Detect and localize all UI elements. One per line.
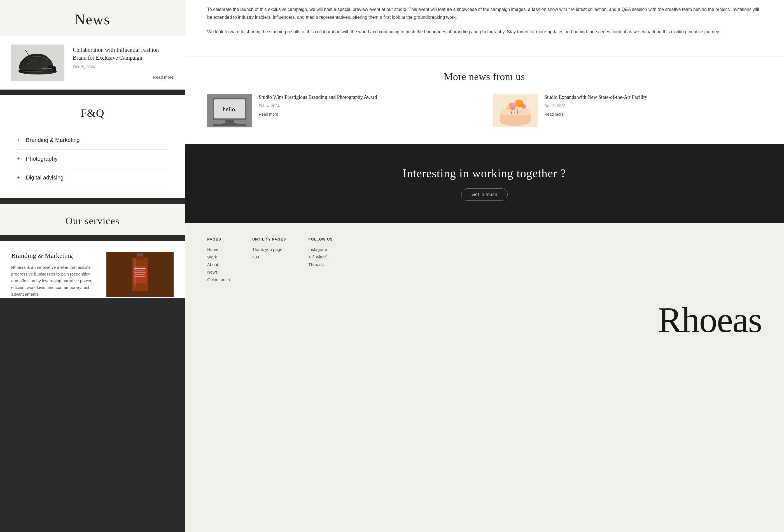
cta-section: Interesting in working together ? Get in…	[185, 144, 784, 223]
more-news-image-2	[493, 94, 538, 128]
more-news-readmore-2[interactable]: Read more	[544, 112, 647, 116]
news-card-date: Dec 6, 2024	[73, 64, 174, 69]
footer-col-title-pages: PAGES	[207, 237, 230, 241]
footer-link-instagram[interactable]: Instagram	[308, 247, 333, 252]
article-text-section: To celebrate the launch of this exclusiv…	[185, 0, 784, 57]
footer-link-404[interactable]: 404	[252, 254, 286, 259]
footer-col-title-utility: UNTILITY PAGES	[252, 237, 286, 241]
cta-title: Interesting in working together ?	[403, 167, 566, 180]
footer-link-thankyou[interactable]: Thank you page	[252, 247, 286, 252]
news-article-card: Collaboration with Influential Fashion B…	[0, 36, 185, 90]
left-panel: News	[0, 0, 185, 532]
right-panel: To celebrate the launch of this exclusiv…	[185, 0, 784, 532]
more-news-card-inner-2: Studio Expands with New State-of-the-Art…	[493, 94, 762, 128]
faq-item-label: Branding & Marketing	[26, 137, 80, 143]
footer-link-home[interactable]: Home	[207, 247, 230, 252]
beer-bottle-illustration	[106, 252, 174, 297]
more-news-section: More news from us hello.	[185, 57, 784, 144]
services-section: Our services	[0, 204, 185, 235]
footer-col-utility: UNTILITY PAGES Thank you page 404	[252, 237, 286, 285]
faq-section: F&Q + Branding & Marketing + Photography…	[0, 95, 185, 198]
more-news-title: More news from us	[207, 71, 762, 83]
news-card-content: Collaboration with Influential Fashion B…	[73, 46, 174, 80]
more-news-image-1: hello.	[207, 94, 252, 128]
more-news-card-content-2: Studio Expands with New State-of-the-Art…	[544, 94, 647, 116]
more-news-card-inner-1: hello. Studio Wins Prestigious Branding …	[207, 94, 476, 128]
more-news-card-title-1: Studio Wins Prestigious Branding and Pho…	[259, 94, 377, 101]
news-readmore-link[interactable]: Read more	[73, 75, 174, 80]
article-paragraph-1: To celebrate the launch of this exclusiv…	[207, 6, 762, 21]
svg-rect-5	[135, 271, 145, 271]
news-card-title: Collaboration with Influential Fashion B…	[73, 46, 174, 62]
svg-rect-17	[223, 123, 236, 124]
faq-expand-icon: +	[17, 155, 20, 162]
faq-expand-icon: +	[17, 136, 20, 144]
footer-link-threads[interactable]: Threads	[308, 262, 333, 267]
svg-text:hello.: hello.	[223, 106, 236, 113]
footer-columns: PAGES Home Work About News Get in touch …	[207, 237, 762, 285]
services-title: Our services	[17, 215, 168, 227]
svg-rect-7	[135, 274, 145, 275]
footer-link-contact[interactable]: Get in touch	[207, 277, 230, 282]
more-news-card-1: hello. Studio Wins Prestigious Branding …	[207, 94, 476, 128]
service-card-branding: Branding & Marketing Rhoeas is an innova…	[0, 241, 185, 298]
more-news-card-2: Studio Expands with New State-of-the-Art…	[493, 94, 762, 128]
service-card-text: Branding & Marketing Rhoeas is an innova…	[11, 252, 98, 298]
more-news-grid: hello. Studio Wins Prestigious Branding …	[207, 94, 762, 128]
more-news-card-date-2: Dec 3, 2023	[544, 104, 647, 108]
footer-section: PAGES Home Work About News Get in touch …	[185, 223, 784, 532]
service-card-desc: Rhoeas is an innovative atelier that ass…	[11, 264, 98, 298]
news-header-section: News	[0, 0, 185, 36]
service-card-image	[106, 252, 174, 297]
get-in-touch-button[interactable]: Get in touch	[461, 189, 508, 201]
faq-expand-icon: +	[17, 174, 20, 181]
faq-item-photography[interactable]: + Photography	[17, 149, 168, 168]
svg-rect-18	[213, 124, 246, 126]
footer-col-social: FOLLOW US Instagram X (Twitter) Threads	[308, 237, 333, 285]
svg-rect-10	[137, 253, 143, 256]
more-news-readmore-1[interactable]: Read more	[259, 112, 377, 116]
hello-monitor-illustration: hello.	[207, 94, 252, 128]
more-news-card-content-1: Studio Wins Prestigious Branding and Pho…	[259, 94, 377, 116]
faq-item-label: Photography	[26, 156, 57, 162]
service-card-title: Branding & Marketing	[11, 252, 98, 259]
faq-title: F&Q	[17, 106, 168, 119]
svg-rect-11	[134, 259, 136, 287]
hello-image: hello.	[207, 94, 252, 128]
footer-link-news[interactable]: News	[207, 270, 230, 274]
shoe-illustration	[16, 49, 60, 77]
flowers-illustration	[493, 94, 538, 128]
more-news-card-date-1: Feb 4, 2024	[259, 104, 377, 108]
faq-item-digital[interactable]: + Digital advising	[17, 168, 168, 187]
svg-point-27	[515, 100, 521, 105]
faq-item-label: Digital advising	[26, 174, 63, 181]
article-paragraph-2: We look forward to sharing the stunning …	[207, 28, 762, 36]
footer-link-work[interactable]: Work	[207, 254, 230, 259]
more-news-card-title-2: Studio Expands with New State-of-the-Art…	[544, 94, 647, 101]
news-card-image	[11, 45, 64, 81]
footer-logo: Rhoeas	[207, 302, 762, 338]
footer-link-about[interactable]: About	[207, 262, 230, 267]
news-title: News	[17, 11, 168, 28]
footer-link-twitter[interactable]: X (Twitter)	[308, 254, 333, 259]
svg-rect-16	[225, 120, 234, 123]
footer-col-pages: PAGES Home Work About News Get in touch	[207, 237, 230, 285]
faq-item-branding[interactable]: + Branding & Marketing	[17, 131, 168, 149]
svg-point-31	[506, 106, 510, 110]
svg-point-32	[521, 104, 526, 109]
footer-col-title-social: FOLLOW US	[308, 237, 333, 241]
